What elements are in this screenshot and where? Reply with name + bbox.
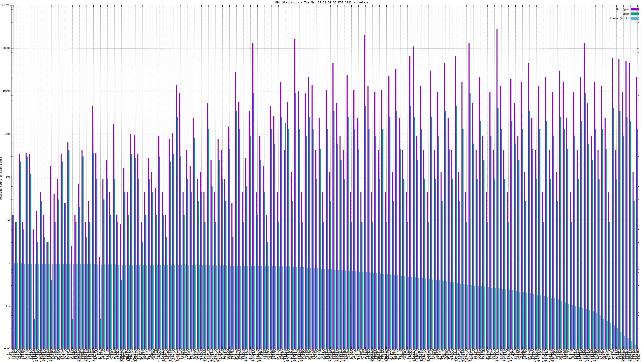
y-tick-left <box>12 138 12 138</box>
bar-score-0-1 <box>484 287 486 349</box>
x-tick-top <box>160 5 160 7</box>
bar-score-0-1 <box>537 295 538 349</box>
x-axis-labels: 2@ psbl. surriel. com 3 hops10@ zen. spa… <box>11 349 639 362</box>
bar-score-0-1 <box>464 284 464 349</box>
bar-score-0-1 <box>394 275 395 349</box>
x-tick-bottom <box>170 347 170 349</box>
x-tick-bottom <box>574 347 575 349</box>
x-tick-top <box>449 5 450 7</box>
bar-score-0-1 <box>478 286 478 349</box>
x-tick-top <box>630 5 631 7</box>
bar-score-0-1 <box>390 275 392 349</box>
y-tick-left <box>12 194 12 194</box>
y-tick-left <box>12 65 12 65</box>
x-tick-top <box>547 5 547 7</box>
y-tick-left <box>12 104 12 104</box>
bar-score-0-1 <box>474 286 475 349</box>
x-tick-top <box>268 5 268 7</box>
x-tick-bottom <box>188 347 188 349</box>
x-tick-top <box>477 5 477 7</box>
bar-score-0-1 <box>526 293 527 349</box>
x-tick-bottom <box>421 347 422 349</box>
x-tick-bottom <box>526 347 526 349</box>
x-tick-top <box>58 5 59 7</box>
bar-score-0-1 <box>237 266 238 349</box>
x-tick-bottom <box>97 347 97 349</box>
x-tick-top <box>397 5 397 7</box>
x-tick-top <box>610 5 610 7</box>
x-tick-top <box>299 5 300 7</box>
x-tick-top <box>24 5 24 7</box>
bar-score-0-1 <box>296 267 297 349</box>
x-tick-top <box>585 5 585 7</box>
bar-spam <box>616 179 617 349</box>
x-tick-top <box>320 5 320 7</box>
x-tick-top <box>606 5 606 7</box>
x-tick-bottom <box>547 347 547 349</box>
bar-score-0-1 <box>596 313 597 349</box>
x-tick-top <box>411 5 411 7</box>
y-tick-left <box>12 242 12 243</box>
bar-score-0-1 <box>384 274 384 349</box>
y-tick-left <box>12 48 13 48</box>
bar-score-0-1 <box>460 284 461 349</box>
bar-score-0-1 <box>300 267 301 349</box>
bar-score-0-1 <box>401 276 402 349</box>
x-tick-top <box>355 5 355 7</box>
x-tick-bottom <box>491 347 491 349</box>
bar-score-0-1 <box>334 270 336 349</box>
bar-score-0-1 <box>272 266 273 349</box>
x-tick-bottom <box>474 347 474 349</box>
x-tick-top <box>480 5 481 7</box>
bar-score-0-1 <box>418 278 419 349</box>
x-tick-bottom <box>616 347 617 349</box>
x-tick-bottom <box>17 347 17 349</box>
x-tick-top <box>188 5 188 7</box>
bar-score-0-1 <box>234 266 234 349</box>
y-tick-left <box>12 336 12 336</box>
x-tick-bottom <box>219 347 219 349</box>
x-tick-top <box>236 5 237 7</box>
y-tick-left <box>12 222 12 222</box>
x-tick-bottom <box>76 347 76 349</box>
x-tick-bottom <box>45 347 45 349</box>
bar-score-0-1 <box>512 290 514 349</box>
x-tick-top <box>48 5 48 7</box>
x-tick-top <box>463 5 463 7</box>
x-tick-top <box>383 5 383 7</box>
x-tick-top <box>470 5 470 7</box>
x-tick-top <box>104 5 104 7</box>
bar-spam <box>612 108 614 349</box>
y-tick-right <box>638 104 639 104</box>
bar-score-0-1 <box>268 266 269 349</box>
x-tick-bottom <box>69 347 69 349</box>
bar-score-0-1 <box>275 266 276 349</box>
y-tick-left <box>12 319 12 319</box>
x-tick-bottom <box>163 347 164 349</box>
bar-spam <box>626 117 628 349</box>
x-tick-bottom <box>338 347 338 349</box>
bar-score-0-1 <box>34 264 36 349</box>
x-tick-top <box>400 5 400 7</box>
x-tick-top <box>439 5 439 7</box>
x-tick-top <box>174 5 174 7</box>
bar-score-0-1 <box>317 268 318 349</box>
x-tick-bottom <box>316 347 317 349</box>
y-tick-right <box>638 186 639 187</box>
x-tick-top <box>599 5 599 7</box>
y-tick-left <box>12 190 12 190</box>
x-tick-top <box>390 5 390 7</box>
x-tick-top <box>146 5 146 7</box>
y-tick-label: 100 <box>0 175 10 178</box>
x-tick-bottom <box>153 347 153 349</box>
x-tick-bottom <box>292 347 292 349</box>
y-tick-right <box>638 144 639 144</box>
bar-score-0-1 <box>502 289 503 349</box>
x-tick-bottom <box>379 347 380 349</box>
bar-score-0-1 <box>150 265 151 349</box>
x-tick-top <box>261 5 261 7</box>
x-tick-top <box>338 5 338 7</box>
bar-score-0-1 <box>206 265 206 349</box>
bar-score-0-1 <box>520 292 520 349</box>
x-tick-top <box>34 5 34 7</box>
